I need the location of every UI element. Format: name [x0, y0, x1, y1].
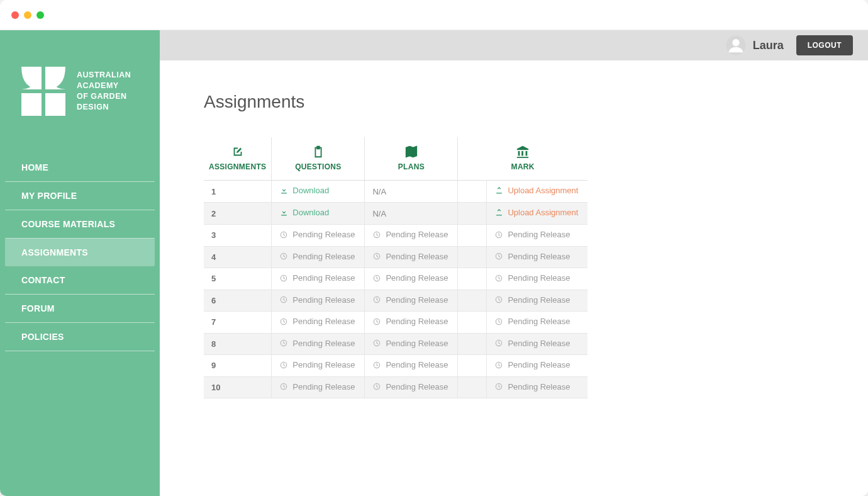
- pending-status: Pending Release: [372, 252, 448, 261]
- clock-icon: [279, 252, 288, 261]
- clipboard-icon: [311, 145, 325, 159]
- row-number: 6: [204, 290, 272, 312]
- cell-action: Pending Release: [487, 333, 587, 355]
- clock-icon: [372, 274, 381, 283]
- cell-action: Pending Release: [487, 312, 587, 334]
- clock-icon: [279, 317, 288, 326]
- th-assignments: ASSIGNMENTS: [204, 137, 272, 181]
- cell-mark: [458, 355, 487, 377]
- cell-questions: Download: [272, 203, 365, 225]
- clock-icon: [372, 339, 381, 347]
- topbar: Laura LOGOUT: [160, 30, 868, 60]
- clock-icon: [279, 295, 288, 304]
- svg-rect-5: [21, 93, 42, 116]
- assignments-table: ASSIGNMENTS QUESTIONS PLANS: [204, 137, 587, 398]
- clock-icon: [372, 317, 381, 326]
- sidebar-item-policies[interactable]: POLICIES: [5, 323, 155, 351]
- download-link[interactable]: Download: [279, 208, 329, 217]
- sidebar-item-course-materials[interactable]: COURSE MATERIALS: [5, 210, 155, 239]
- cell-mark: [458, 290, 487, 312]
- not-applicable: N/A: [372, 209, 386, 218]
- window-maximize-dot[interactable]: [36, 11, 44, 19]
- cell-action: Pending Release: [487, 268, 587, 290]
- row-number: 10: [204, 376, 272, 398]
- cell-plans: Pending Release: [365, 268, 458, 290]
- logout-button[interactable]: LOGOUT: [796, 35, 853, 55]
- pending-status: Pending Release: [494, 317, 570, 326]
- upload-icon: [494, 186, 504, 195]
- clock-icon: [279, 339, 288, 347]
- cell-mark: [458, 246, 487, 268]
- pending-status: Pending Release: [279, 230, 355, 239]
- pending-status: Pending Release: [279, 382, 355, 392]
- pending-status: Pending Release: [372, 317, 448, 326]
- sidebar-item-contact[interactable]: CONTACT: [5, 266, 155, 295]
- cell-plans: Pending Release: [365, 333, 458, 355]
- row-number: 8: [204, 333, 272, 355]
- cell-plans: Pending Release: [365, 312, 458, 334]
- pending-status: Pending Release: [494, 360, 570, 369]
- brand-line: DESIGN: [77, 102, 131, 113]
- window-close-dot[interactable]: [11, 11, 19, 19]
- sidebar-item-assignments[interactable]: ASSIGNMENTS: [5, 239, 155, 266]
- page-body: Assignments ASSIGNMENTS QUESTIONS: [160, 60, 868, 430]
- cell-questions: Pending Release: [272, 312, 365, 334]
- brand-line: OF GARDEN: [77, 91, 131, 102]
- cell-plans: N/A: [365, 203, 458, 225]
- cell-questions: Pending Release: [272, 268, 365, 290]
- table-row: 7Pending ReleasePending ReleasePending R…: [204, 312, 587, 334]
- avatar-icon: [725, 35, 747, 56]
- user-name: Laura: [753, 39, 784, 52]
- table-row: 10Pending ReleasePending ReleasePending …: [204, 376, 587, 398]
- table-row: 4Pending ReleasePending ReleasePending R…: [204, 246, 587, 268]
- download-icon: [279, 208, 289, 217]
- sidebar-item-my-profile[interactable]: MY PROFILE: [5, 182, 155, 210]
- clock-icon: [494, 252, 503, 261]
- cell-questions: Pending Release: [272, 246, 365, 268]
- clock-icon: [372, 230, 381, 239]
- cell-action: Upload Assignment: [487, 181, 587, 203]
- window-titlebar: [0, 0, 868, 30]
- cell-action: Pending Release: [487, 290, 587, 312]
- row-number: 4: [204, 246, 272, 268]
- map-icon: [404, 145, 418, 159]
- clock-icon: [279, 230, 288, 239]
- upload-link[interactable]: Upload Assignment: [494, 186, 578, 195]
- pending-status: Pending Release: [279, 317, 355, 326]
- table-row: 8Pending ReleasePending ReleasePending R…: [204, 333, 587, 355]
- pending-status: Pending Release: [372, 360, 448, 369]
- brand-text: AUSTRALIAN ACADEMY OF GARDEN DESIGN: [77, 70, 131, 113]
- pending-status: Pending Release: [279, 273, 355, 283]
- download-icon: [279, 186, 289, 195]
- sidebar-item-forum[interactable]: FORUM: [5, 295, 155, 323]
- upload-icon: [494, 208, 504, 217]
- cell-action: Pending Release: [487, 246, 587, 268]
- cell-questions: Pending Release: [272, 355, 365, 377]
- sidebar-item-home[interactable]: HOME: [5, 154, 155, 182]
- institution-icon: [516, 145, 530, 159]
- pending-status: Pending Release: [279, 295, 355, 305]
- cell-questions: Pending Release: [272, 376, 365, 398]
- window-minimize-dot[interactable]: [24, 11, 31, 19]
- topbar-user: Laura: [725, 35, 784, 56]
- cell-plans: Pending Release: [365, 290, 458, 312]
- clock-icon: [372, 361, 381, 369]
- cell-mark: [458, 312, 487, 334]
- brand-line: AUSTRALIAN: [77, 70, 131, 81]
- cell-action: Upload Assignment: [487, 203, 587, 225]
- pending-status: Pending Release: [279, 360, 355, 369]
- th-plans: PLANS: [365, 137, 458, 181]
- cell-plans: N/A: [365, 181, 458, 203]
- pending-status: Pending Release: [494, 382, 570, 392]
- cell-plans: Pending Release: [365, 355, 458, 377]
- cell-action: Pending Release: [487, 225, 587, 247]
- download-link[interactable]: Download: [279, 186, 329, 195]
- clock-icon: [494, 230, 503, 239]
- th-label: QUESTIONS: [295, 162, 341, 171]
- cell-questions: Pending Release: [272, 333, 365, 355]
- pending-status: Pending Release: [279, 339, 355, 348]
- app-frame: AUSTRALIAN ACADEMY OF GARDEN DESIGN HOME…: [0, 30, 868, 496]
- row-number: 9: [204, 355, 272, 377]
- row-number: 2: [204, 203, 272, 225]
- upload-link[interactable]: Upload Assignment: [494, 208, 578, 217]
